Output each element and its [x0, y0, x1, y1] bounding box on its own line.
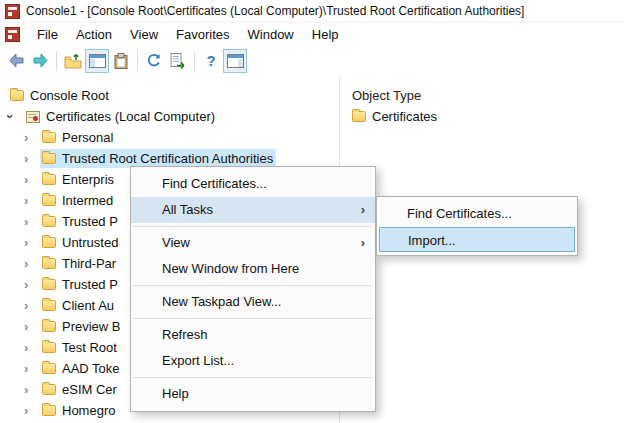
column-header-object-type[interactable]: Object Type — [352, 85, 624, 106]
help-button[interactable]: ? — [199, 49, 223, 73]
folder-icon — [42, 342, 56, 353]
tree-item-label: Client Au — [62, 298, 114, 313]
folder-icon — [352, 111, 366, 122]
folder-icon — [42, 384, 56, 395]
tree-item-certificates-local-computer[interactable]: Certificates (Local Computer) — [0, 106, 339, 127]
chevron-expanded-icon[interactable] — [8, 109, 24, 124]
help-icon: ? — [206, 53, 215, 68]
certificates-store-icon — [26, 111, 40, 123]
folder-icon — [42, 258, 56, 269]
toolbar-separator — [137, 51, 138, 71]
tree-item-label: Trusted P — [62, 214, 118, 229]
menu-item-new-window-from-here[interactable]: New Window from Here — [131, 256, 375, 282]
folder-icon — [42, 153, 56, 164]
chevron-collapsed-icon[interactable] — [24, 214, 40, 229]
menu-item-label: View — [162, 235, 190, 250]
menu-item-refresh[interactable]: Refresh — [131, 322, 375, 348]
tree-item-label: Console Root — [30, 88, 109, 103]
tree-item-label: Enterpris — [62, 172, 114, 187]
folder-icon — [42, 321, 56, 332]
mmc-console-icon[interactable] — [5, 27, 20, 42]
chevron-collapsed-icon[interactable] — [24, 277, 40, 292]
toolbar-separator — [194, 51, 195, 71]
submenu-arrow-icon — [361, 197, 365, 223]
menu-action[interactable]: Action — [67, 25, 121, 44]
folder-icon — [42, 279, 56, 290]
all-tasks-submenu: Find Certificates... Import... — [376, 196, 578, 256]
menu-help[interactable]: Help — [303, 25, 348, 44]
chevron-collapsed-icon[interactable] — [24, 340, 40, 355]
menu-item-label: Refresh — [162, 327, 208, 342]
export-list-icon — [170, 53, 187, 69]
up-level-icon — [64, 53, 82, 69]
list-item-label: Certificates — [372, 109, 437, 124]
chevron-collapsed-icon[interactable] — [24, 319, 40, 334]
toolbar-separator — [56, 51, 57, 71]
menu-item-find-certificates[interactable]: Find Certificates... — [131, 171, 375, 197]
paste-icon — [114, 53, 128, 69]
refresh-icon — [146, 53, 162, 69]
menu-separator — [133, 285, 373, 286]
menu-bar: File Action View Favorites Window Help — [0, 23, 624, 45]
menu-separator — [133, 226, 373, 227]
menu-item-label: New Window from Here — [162, 261, 299, 276]
tree-item-label: Trusted P — [62, 277, 118, 292]
chevron-collapsed-icon[interactable] — [24, 256, 40, 271]
chevron-collapsed-icon[interactable] — [24, 151, 40, 166]
back-icon — [8, 53, 25, 68]
submenu-item-find-certificates[interactable]: Find Certificates... — [377, 200, 577, 227]
chevron-collapsed-icon[interactable] — [24, 235, 40, 250]
tree-item-console-root[interactable]: Console Root — [0, 85, 339, 106]
menu-favorites[interactable]: Favorites — [167, 25, 238, 44]
show-action-pane-button[interactable] — [223, 49, 247, 73]
window-title: Console1 - [Console Root\Certificates (L… — [26, 4, 524, 18]
menu-item-label: All Tasks — [162, 202, 213, 217]
title-bar: Console1 - [Console Root\Certificates (L… — [0, 0, 624, 23]
chevron-collapsed-icon[interactable] — [24, 193, 40, 208]
tree-item-label: AAD Toke — [62, 361, 120, 376]
tree-item-personal[interactable]: Personal — [0, 127, 339, 148]
menu-file[interactable]: File — [28, 25, 67, 44]
list-item-certificates[interactable]: Certificates — [352, 106, 624, 127]
menu-item-new-taskpad-view[interactable]: New Taskpad View... — [131, 289, 375, 315]
tree-item-label: Preview B — [62, 319, 121, 334]
chevron-collapsed-icon[interactable] — [24, 130, 40, 145]
show-console-tree-button[interactable] — [85, 49, 109, 73]
paste-button[interactable] — [109, 49, 133, 73]
export-list-button[interactable] — [166, 49, 190, 73]
menu-item-all-tasks[interactable]: All Tasks — [131, 197, 375, 223]
folder-icon — [42, 405, 56, 416]
show-console-tree-icon — [89, 54, 106, 68]
chevron-collapsed-icon[interactable] — [24, 298, 40, 313]
menu-item-help[interactable]: Help — [131, 381, 375, 407]
submenu-arrow-icon — [361, 230, 365, 256]
tree-item-label: Trusted Root Certification Authorities — [62, 151, 273, 166]
submenu-item-import[interactable]: Import... — [379, 227, 575, 252]
chevron-collapsed-icon[interactable] — [24, 403, 40, 418]
menu-item-view[interactable]: View — [131, 230, 375, 256]
chevron-collapsed-icon[interactable] — [24, 172, 40, 187]
menu-separator — [133, 318, 373, 319]
forward-icon — [32, 53, 49, 68]
menu-item-label: New Taskpad View... — [162, 294, 281, 309]
folder-icon — [42, 174, 56, 185]
mmc-app-icon — [5, 4, 20, 19]
chevron-collapsed-icon[interactable] — [24, 382, 40, 397]
tree-item-label: Homegro — [62, 403, 115, 418]
menu-item-export-list[interactable]: Export List... — [131, 348, 375, 374]
up-level-button[interactable] — [61, 49, 85, 73]
show-action-pane-icon — [227, 54, 244, 68]
menu-window[interactable]: Window — [239, 25, 303, 44]
folder-icon — [42, 300, 56, 311]
chevron-collapsed-icon[interactable] — [24, 361, 40, 376]
context-menu: Find Certificates... All Tasks View New … — [130, 166, 376, 412]
tree-item-label: Test Root — [62, 340, 117, 355]
menu-view[interactable]: View — [121, 25, 167, 44]
tree-item-label: eSIM Cer — [62, 382, 117, 397]
menu-item-label: Help — [162, 386, 189, 401]
forward-button[interactable] — [28, 49, 52, 73]
folder-icon — [42, 216, 56, 227]
refresh-button[interactable] — [142, 49, 166, 73]
back-button[interactable] — [4, 49, 28, 73]
menu-item-label: Find Certificates... — [162, 176, 267, 191]
